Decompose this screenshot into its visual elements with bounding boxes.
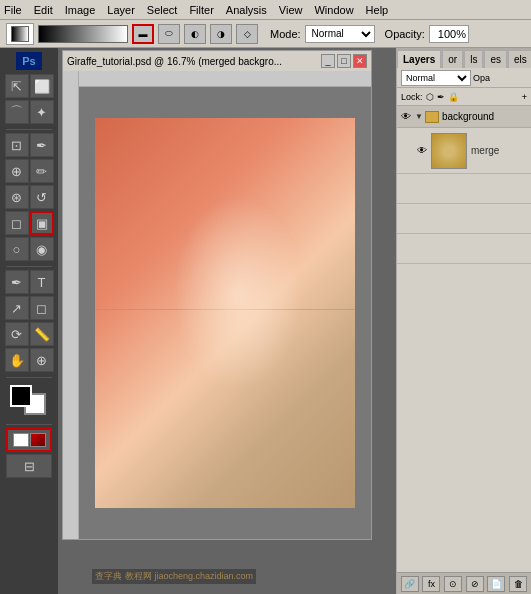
right-panel: Layers or ls es els Normal Opa Lock: ⬡ ✒… [396, 48, 531, 594]
toolbar: Ps ⇱ ⬜ ⌒ ✦ ⊡ ✒ ⊕ ✏ ⊛ ↺ ◻ ▣ ○ ◉ [0, 48, 58, 594]
gradient-angle-btn[interactable]: ◐ [184, 24, 206, 44]
layer-item-merge[interactable]: 👁 merge [397, 128, 531, 174]
menu-edit[interactable]: Edit [34, 4, 53, 16]
pen-tool[interactable]: ✒ [5, 270, 29, 294]
tab-els[interactable]: els [508, 50, 531, 68]
layer-group-header-background[interactable]: 👁 ▼ background [397, 106, 531, 128]
brush-tool[interactable]: ✏ [30, 159, 54, 183]
menu-help[interactable]: Help [366, 4, 389, 16]
doc-minimize-btn[interactable]: _ [321, 54, 335, 68]
menu-layer[interactable]: Layer [107, 4, 135, 16]
lock-label: Lock: [401, 92, 423, 102]
blend-mode-row: Normal Opa [397, 68, 531, 88]
tool-preview [6, 23, 34, 45]
gradient-linear-btn[interactable]: ▬ [132, 24, 154, 44]
menu-bar: File Edit Image Layer Select Filter Anal… [0, 0, 531, 20]
menu-image[interactable]: Image [65, 4, 96, 16]
text-tool[interactable]: T [30, 270, 54, 294]
blend-mode-select[interactable]: Normal [305, 25, 375, 43]
eye-icon-merge[interactable]: 👁 [415, 144, 429, 158]
crop-tool[interactable]: ⊡ [5, 133, 29, 157]
document-title: Giraffe_tutorial.psd @ 16.7% (merged bac… [67, 56, 319, 67]
canvas-container: Giraffe_tutorial.psd @ 16.7% (merged bac… [58, 48, 396, 594]
lock-fill-icon: + [522, 92, 527, 102]
opacity-value[interactable]: 100% [429, 25, 469, 43]
delete-layer-btn[interactable]: 🗑 [509, 576, 527, 592]
tool-group-mask [2, 428, 56, 452]
layers-blend-select[interactable]: Normal [401, 70, 471, 86]
tab-es[interactable]: es [484, 50, 507, 68]
blur-tool[interactable]: ○ [5, 237, 29, 261]
eye-icon-background[interactable]: 👁 [399, 110, 413, 124]
move-tool[interactable]: ⇱ [5, 74, 29, 98]
tool-group-screen: ⊟ [2, 454, 56, 478]
tab-ls[interactable]: ls [464, 50, 483, 68]
color-swatches [6, 385, 52, 417]
tab-layers[interactable]: Layers [397, 50, 441, 68]
document-window: Giraffe_tutorial.psd @ 16.7% (merged bac… [62, 50, 372, 540]
layer-group-name: background [442, 111, 494, 122]
gradient-radial-btn[interactable]: ⬭ [158, 24, 180, 44]
tool-group-dodge: ○ ◉ [2, 237, 56, 261]
gradient-tool[interactable]: ▣ [30, 211, 54, 235]
canvas-area[interactable] [79, 87, 371, 539]
menu-file[interactable]: File [4, 4, 22, 16]
ruler-left [63, 71, 79, 539]
tool-group-eraser: ◻ ▣ [2, 211, 56, 235]
new-layer-btn[interactable]: 📄 [487, 576, 505, 592]
screen-mode-btn[interactable]: ⊟ [6, 454, 52, 478]
gradient-preview[interactable] [38, 25, 128, 43]
opacity-label: Opacity: [385, 28, 425, 40]
tool-group-lasso: ⌒ ✦ [2, 100, 56, 124]
mode-label: Mode: [270, 28, 301, 40]
lock-all-icon[interactable]: 🔒 [448, 92, 459, 102]
menu-select[interactable]: Select [147, 4, 178, 16]
expand-arrow[interactable]: ▼ [415, 112, 423, 121]
lock-move-icon[interactable]: ✒ [437, 92, 445, 102]
eyedropper-tool[interactable]: ✒ [30, 133, 54, 157]
link-layers-btn[interactable]: 🔗 [401, 576, 419, 592]
mask-btn[interactable]: ⊙ [444, 576, 462, 592]
magic-wand-tool[interactable]: ✦ [30, 100, 54, 124]
dodge-tool[interactable]: ◉ [30, 237, 54, 261]
adjustment-btn[interactable]: ⊘ [466, 576, 484, 592]
quick-mask-off-btn[interactable] [6, 428, 52, 452]
lock-pixels-icon[interactable]: ⬡ [426, 92, 434, 102]
marquee-tool[interactable]: ⬜ [30, 74, 54, 98]
menu-analysis[interactable]: Analysis [226, 4, 267, 16]
tab-channels[interactable]: or [442, 50, 463, 68]
layer-spacer-3 [397, 234, 531, 264]
hand-tool[interactable]: ✋ [5, 348, 29, 372]
layer-group-background: 👁 ▼ background 👁 merge [397, 106, 531, 174]
gradient-reflected-btn[interactable]: ◑ [210, 24, 232, 44]
gradient-diamond-btn[interactable]: ◇ [236, 24, 258, 44]
fx-btn[interactable]: fx [422, 576, 440, 592]
healing-tool[interactable]: ⊕ [5, 159, 29, 183]
shape-tool[interactable]: ◻ [30, 296, 54, 320]
divider-4 [6, 424, 52, 425]
canvas-artwork [95, 118, 355, 508]
layer-thumb-image [432, 134, 466, 168]
measure-tool[interactable]: 📏 [30, 322, 54, 346]
tool-group-3d: ⟳ 📏 [2, 322, 56, 346]
path-selection-tool[interactable]: ↗ [5, 296, 29, 320]
tool-group-path: ↗ ◻ [2, 296, 56, 320]
divider-1 [6, 129, 52, 130]
doc-restore-btn[interactable]: □ [337, 54, 351, 68]
eraser-tool[interactable]: ◻ [5, 211, 29, 235]
lasso-tool[interactable]: ⌒ [5, 100, 29, 124]
layer-spacer-1 [397, 174, 531, 204]
layer-spacer-2 [397, 204, 531, 234]
lock-row: Lock: ⬡ ✒ 🔒 + [397, 88, 531, 106]
clone-tool[interactable]: ⊛ [5, 185, 29, 209]
menu-window[interactable]: Window [314, 4, 353, 16]
history-brush-tool[interactable]: ↺ [30, 185, 54, 209]
menu-view[interactable]: View [279, 4, 303, 16]
menu-filter[interactable]: Filter [189, 4, 213, 16]
layer-name-merge: merge [471, 145, 499, 156]
doc-close-btn[interactable]: ✕ [353, 54, 367, 68]
zoom-tool[interactable]: ⊕ [30, 348, 54, 372]
foreground-color[interactable] [10, 385, 32, 407]
rotate-3d-tool[interactable]: ⟳ [5, 322, 29, 346]
ruler-top [79, 71, 371, 87]
